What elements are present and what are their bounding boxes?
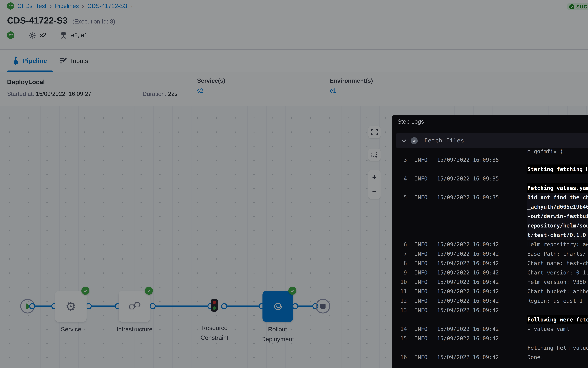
log-panel-title: Step Logs xyxy=(398,119,424,125)
log-line: 9INFO15/09/2022 16:09:42Chart version: 0… xyxy=(392,268,588,277)
log-line: Fetching values.yaml from helm chart rep… xyxy=(392,183,588,193)
log-line: repository/helm/source/93602db7-89f2-317… xyxy=(392,221,588,230)
log-line: 13INFO15/09/2022 16:09:42 xyxy=(392,305,588,315)
log-line: 11INFO15/09/2022 16:09:42Chart bucket: a… xyxy=(392,287,588,296)
step-logs-panel: Step Logs Console View Fetch Files xyxy=(392,115,588,368)
step-success-check-icon xyxy=(411,137,418,144)
step-section-fetch-files[interactable]: Fetch Files ↑ ↓ 9s xyxy=(396,133,588,148)
log-line: 10INFO15/09/2022 16:09:42Helm version: V… xyxy=(392,277,588,287)
log-line: -out/darwin-fastbuild/bin/260-delegate/e… xyxy=(392,212,588,221)
log-lines: 3INFO15/09/2022 16:09:35Starting fetchin… xyxy=(392,155,588,362)
log-line: Following were fetched successfully : xyxy=(392,315,588,324)
log-line-partial: m gofmfiv ) xyxy=(392,148,588,155)
log-scroll-area[interactable]: m gofmfiv ) 3INFO15/09/2022 16:09:35Star… xyxy=(392,148,588,368)
log-line: 8INFO15/09/2022 16:09:42Chart name: test… xyxy=(392,258,588,268)
chevron-down-icon xyxy=(401,139,407,142)
step-name: Fetch Files xyxy=(424,137,464,144)
log-line: t/test-chart/0.1.0 xyxy=(392,230,588,240)
log-line: Starting fetching Helm values xyxy=(392,165,588,174)
log-line: 5INFO15/09/2022 16:09:35Did not find the… xyxy=(392,193,588,202)
log-panel-header: Step Logs Console View xyxy=(392,115,588,129)
log-line: 14INFO15/09/2022 16:09:42- values.yaml xyxy=(392,324,588,334)
log-line: Fetching helm values completed successfu… xyxy=(392,343,588,352)
log-line: _achyuth/d605e19b46448ceaacb01fb4c19633a… xyxy=(392,202,588,212)
log-line: 15INFO15/09/2022 16:09:42 xyxy=(392,334,588,343)
log-line: 6INFO15/09/2022 16:09:42Helm repository:… xyxy=(392,240,588,249)
log-line: 16INFO15/09/2022 16:09:42Done. xyxy=(392,352,588,362)
log-line: 3INFO15/09/2022 16:09:35 xyxy=(392,155,588,165)
log-line: 12INFO15/09/2022 16:09:42Region: us-east… xyxy=(392,296,588,305)
log-line: 7INFO15/09/2022 16:09:42Base Path: chart… xyxy=(392,249,588,258)
log-line: 4INFO15/09/2022 16:09:35 xyxy=(392,174,588,183)
